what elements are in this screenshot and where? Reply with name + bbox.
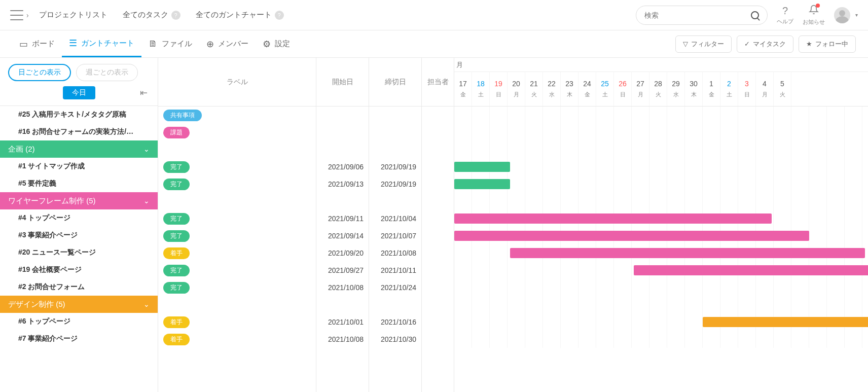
star-icon: ★	[806, 40, 812, 48]
date-number: 1	[709, 80, 713, 88]
filter-icon: ▽	[683, 40, 688, 48]
gantt-bar[interactable]	[454, 213, 772, 224]
label-cell: 着手	[158, 244, 316, 262]
label-cell: 共有事項	[158, 106, 316, 124]
gantt-bar[interactable]	[454, 179, 510, 189]
date-weekday: 火	[656, 91, 661, 98]
task-row[interactable]: #5 要件定義	[0, 175, 158, 192]
status-badge: 着手	[163, 316, 190, 328]
gantt-bar[interactable]	[510, 248, 865, 258]
timeline-row	[454, 227, 868, 244]
group-row[interactable]: 企画 (2)⌄	[0, 140, 158, 158]
search-input[interactable]	[644, 11, 751, 19]
assignee-cell	[422, 331, 454, 348]
task-row[interactable]: #25 入稿用テキスト/メタタグ原稿	[0, 106, 158, 123]
bell-icon	[809, 5, 819, 17]
label-cell	[158, 141, 316, 158]
main: 日ごとの表示 週ごとの表示 今日 ⇤ #25 入稿用テキスト/メタタグ原稿#16…	[0, 58, 868, 392]
label-cell: 完了	[158, 175, 316, 193]
date-number: 17	[459, 80, 467, 88]
start-date-cell: 2021/09/06	[316, 158, 369, 175]
date-number: 19	[494, 80, 502, 88]
group-name: 企画 (2)	[8, 145, 35, 154]
assignee-cell	[422, 296, 454, 313]
date-weekday: 日	[744, 91, 750, 98]
tab-settings[interactable]: ⚙設定	[256, 30, 297, 57]
filter-button[interactable]: ▽フィルター	[675, 35, 732, 53]
tab-gantt[interactable]: ☰ガントチャート	[62, 30, 141, 57]
task-row[interactable]: #1 サイトマップ作成	[0, 158, 158, 175]
label-cell: 完了	[158, 227, 316, 244]
timeline-row	[454, 124, 868, 141]
assignee-cell	[422, 106, 454, 124]
status-badge: 完了	[163, 230, 190, 242]
breadcrumb-all-gantt[interactable]: 全てのガントチャート?	[196, 10, 284, 20]
today-button[interactable]: 今日	[63, 86, 95, 99]
menu-icon[interactable]	[10, 10, 23, 20]
breadcrumb: プロジェクトリスト 全てのタスク? 全てのガントチャート?	[39, 10, 284, 20]
label-cell	[158, 296, 316, 313]
start-date-cell: 2021/10/08	[316, 331, 369, 348]
tab-member[interactable]: ⊕メンバー	[199, 30, 256, 57]
task-row[interactable]: #2 お問合せフォーム	[0, 278, 158, 296]
breadcrumb-all-tasks[interactable]: 全てのタスク?	[123, 10, 180, 20]
date-number: 26	[619, 80, 627, 88]
date-number: 2	[727, 80, 731, 88]
search-box[interactable]	[636, 6, 768, 25]
timeline[interactable]: 月 17金18土19日20月21火22水23木24金25土26日27月28火29…	[454, 58, 868, 392]
label-cell: 課題	[158, 124, 316, 141]
task-row[interactable]: #3 事業紹介ページ	[0, 227, 158, 244]
date-cell: 26日	[614, 72, 632, 106]
tab-file[interactable]: 🗎ファイル	[141, 30, 199, 57]
date-number: 5	[780, 80, 784, 88]
chevron-right-icon: ›	[26, 11, 29, 19]
col-header-assignee: 担当者	[422, 58, 454, 106]
task-row[interactable]: #6 トップページ	[0, 313, 158, 330]
task-row[interactable]: #19 会社概要ページ	[0, 261, 158, 278]
notification-button[interactable]: お知らせ	[803, 5, 825, 26]
chevron-down-icon[interactable]: ▾	[855, 12, 858, 18]
end-date-cell: 2021/10/16	[369, 313, 421, 331]
group-row[interactable]: デザイン制作 (5)⌄	[0, 296, 158, 313]
mytask-button[interactable]: ✓マイタスク	[737, 35, 793, 53]
daily-view-toggle[interactable]: 日ごとの表示	[8, 64, 71, 81]
label-cell	[158, 193, 316, 210]
start-date-cell: 2021/09/13	[316, 175, 369, 193]
timeline-row	[454, 210, 868, 227]
follow-button[interactable]: ★フォロー中	[799, 35, 856, 53]
date-weekday: 土	[602, 91, 608, 98]
task-row[interactable]: #4 トップページ	[0, 209, 158, 227]
tab-board[interactable]: ▭ボード	[12, 30, 62, 57]
chevron-down-icon: ⌄	[143, 300, 150, 308]
task-row[interactable]: #20 ニュース一覧ページ	[0, 244, 158, 261]
gantt-bar[interactable]	[634, 265, 868, 275]
check-icon: ✓	[744, 40, 750, 48]
status-badge: 完了	[163, 179, 190, 190]
date-number: 25	[601, 80, 609, 88]
avatar[interactable]	[834, 7, 850, 23]
group-row[interactable]: ワイヤーフレーム制作 (5)⌄	[0, 192, 158, 209]
gantt-bar[interactable]	[454, 162, 510, 172]
gantt-icon: ☰	[69, 38, 77, 49]
weekly-view-toggle[interactable]: 週ごとの表示	[76, 64, 138, 81]
view-controls: 日ごとの表示 週ごとの表示 今日 ⇤	[0, 58, 158, 106]
start-date-cell: 2021/09/20	[316, 244, 369, 262]
col-end: 締切日 2021/09/192021/09/192021/10/042021/1…	[369, 58, 422, 392]
gantt-bar[interactable]	[454, 231, 809, 241]
help-button[interactable]: ? ヘルプ	[777, 5, 793, 25]
header: › プロジェクトリスト 全てのタスク? 全てのガントチャート? ? ヘルプ お知…	[0, 0, 868, 30]
status-badge: 完了	[163, 265, 190, 276]
gantt-bar[interactable]	[703, 317, 868, 327]
end-date-cell	[369, 193, 421, 210]
label-cell: 完了	[158, 158, 316, 175]
col-start: 開始日 2021/09/062021/09/132021/09/112021/0…	[316, 58, 369, 392]
date-weekday: 月	[762, 91, 768, 98]
collapse-panel-icon[interactable]: ⇤	[140, 87, 148, 98]
board-icon: ▭	[19, 39, 28, 50]
task-row[interactable]: #7 事業紹介ページ	[0, 330, 158, 347]
end-date-cell: 2021/09/19	[369, 158, 421, 175]
date-weekday: 日	[620, 91, 626, 98]
breadcrumb-project-list[interactable]: プロジェクトリスト	[39, 10, 107, 20]
task-row[interactable]: #16 お問合せフォームの実装方法/…	[0, 123, 158, 140]
month-label: 月	[454, 58, 868, 72]
